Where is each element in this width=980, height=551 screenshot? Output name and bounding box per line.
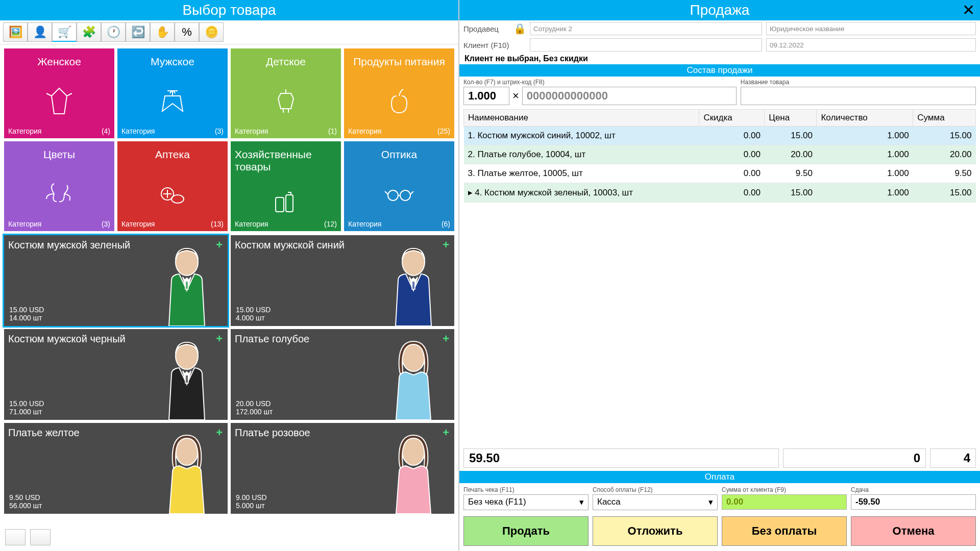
table-row[interactable]: 1. Костюм мужской синий, 10002, шт0.0015… <box>464 127 976 145</box>
category-title: Продукты питания <box>353 56 445 68</box>
method-select[interactable]: Касса▾ <box>593 494 718 510</box>
date-input[interactable] <box>766 38 976 52</box>
category-tile[interactable]: АптекаКатегория(13) <box>117 141 228 231</box>
lock-icon[interactable]: 🔒 <box>513 22 526 35</box>
client-label: Клиент (F10) <box>463 41 509 49</box>
hold-button[interactable]: Отложить <box>593 516 718 546</box>
svg-rect-3 <box>286 195 293 212</box>
change-value: -59.50 <box>851 494 976 510</box>
category-icon <box>265 173 306 227</box>
col-discount[interactable]: Скидка <box>699 110 765 127</box>
receipt-select[interactable]: Без чека (F11)▾ <box>463 494 589 510</box>
category-title: Детское <box>266 56 306 68</box>
product-image <box>378 432 449 514</box>
qty-input[interactable] <box>463 87 509 105</box>
right-header: Продажа ✕ <box>459 0 980 20</box>
category-title: Женское <box>37 56 81 68</box>
view-grid-icon[interactable] <box>5 529 26 545</box>
svg-rect-9 <box>412 281 415 289</box>
tool-clock-icon[interactable]: 🕐 <box>101 22 126 42</box>
category-title: Хозяйственные товары <box>235 148 337 173</box>
category-icon <box>152 68 193 134</box>
client-input[interactable] <box>530 38 762 52</box>
left-header: Выбор товара <box>0 0 458 20</box>
svg-point-5 <box>400 190 410 201</box>
tool-hand-icon[interactable]: ✋ <box>150 22 175 42</box>
amount-input[interactable]: 0.00 <box>722 494 847 510</box>
category-icon <box>379 161 420 227</box>
status-text: Клиент не выбран, Без скидки <box>459 53 980 64</box>
category-icon <box>39 68 80 134</box>
name-input[interactable] <box>741 87 976 105</box>
product-image <box>378 338 449 420</box>
total-sum: 59.50 <box>463 448 779 468</box>
tool-puzzle-icon[interactable]: 🧩 <box>77 22 101 42</box>
svg-point-1 <box>172 195 184 203</box>
seller-label: Продавец <box>463 24 509 33</box>
category-icon <box>39 161 80 227</box>
svg-rect-7 <box>185 281 188 289</box>
total-zero: 0 <box>783 448 926 468</box>
sale-header-bar: Состав продажи <box>459 64 980 77</box>
tool-coin-icon[interactable]: 🪙 <box>199 22 224 42</box>
chevron-down-icon: ▾ <box>579 497 584 508</box>
category-icon <box>265 68 306 134</box>
category-tile[interactable]: Хозяйственные товарыКатегория(12) <box>231 141 341 231</box>
tool-image-icon[interactable]: 🖼️ <box>3 22 28 42</box>
product-image <box>378 244 449 326</box>
product-tile[interactable]: Костюм мужской синий+15.00 USD4.000 шт <box>231 235 454 326</box>
product-tile[interactable]: Платье голубое+20.00 USD172.000 шт <box>231 329 454 420</box>
pay-header-bar: Оплата <box>459 471 980 483</box>
category-tile[interactable]: ЦветыКатегория(3) <box>4 141 114 231</box>
tool-user-icon[interactable]: 👤 <box>28 22 52 42</box>
legal-select[interactable] <box>766 22 976 35</box>
category-title: Аптека <box>155 148 190 161</box>
product-tile[interactable]: Платье розовое+9.00 USD5.000 шт <box>231 423 454 514</box>
category-title: Цветы <box>43 148 75 161</box>
sale-table: Наименование Скидка Цена Количество Сумм… <box>463 109 976 203</box>
product-image <box>151 338 223 420</box>
category-icon <box>152 161 193 227</box>
tool-cart-icon[interactable]: 🛒 <box>52 22 77 42</box>
nopay-button[interactable]: Без оплаты <box>722 516 847 546</box>
svg-rect-2 <box>276 197 284 212</box>
product-image <box>151 244 223 326</box>
category-title: Оптика <box>381 148 417 161</box>
col-qty[interactable]: Количество <box>817 110 913 127</box>
table-row[interactable]: 2. Платье голубое, 10004, шт0.0020.001.0… <box>464 145 976 164</box>
category-tile[interactable]: Продукты питанияКатегория(25) <box>344 48 454 138</box>
total-count: 4 <box>930 448 976 468</box>
col-sum[interactable]: Сумма <box>913 110 976 127</box>
product-image <box>151 432 223 514</box>
category-icon <box>379 68 420 134</box>
seller-select[interactable] <box>530 22 762 35</box>
table-row[interactable]: ▸ 4. Костюм мужской зеленый, 10003, шт0.… <box>464 183 976 203</box>
name-label: Название товара <box>741 79 976 86</box>
close-icon[interactable]: ✕ <box>962 1 975 19</box>
tool-undo-icon[interactable]: ↩️ <box>126 22 150 42</box>
category-tile[interactable]: ОптикаКатегория(6) <box>344 141 454 231</box>
table-row[interactable]: 3. Платье желтое, 10005, шт0.009.501.000… <box>464 164 976 183</box>
category-title: Мужское <box>151 56 194 68</box>
category-tile[interactable]: МужскоеКатегория(3) <box>117 48 228 138</box>
svg-point-4 <box>388 190 398 201</box>
view-list-icon[interactable] <box>30 529 51 545</box>
sell-button[interactable]: Продать <box>463 516 589 546</box>
product-tile[interactable]: Платье желтое+9.50 USD56.000 шт <box>4 423 228 514</box>
product-tile[interactable]: Костюм мужской зеленый+15.00 USD14.000 ш… <box>4 235 228 326</box>
chevron-down-icon: ▾ <box>708 497 713 508</box>
col-price[interactable]: Цена <box>765 110 817 127</box>
col-name[interactable]: Наименование <box>464 110 699 127</box>
toolbar: 🖼️ 👤 🛒 🧩 🕐 ↩️ ✋ % 🪙 <box>0 20 458 44</box>
category-tile[interactable]: ЖенскоеКатегория(4) <box>4 48 114 138</box>
category-tile[interactable]: ДетскоеКатегория(1) <box>231 48 341 138</box>
product-tile[interactable]: Костюм мужской черный+15.00 USD71.000 шт <box>4 329 228 420</box>
barcode-input[interactable] <box>522 87 737 105</box>
svg-rect-11 <box>185 375 188 383</box>
cancel-button[interactable]: Отмена <box>851 516 976 546</box>
tool-percent-icon[interactable]: % <box>175 22 199 42</box>
qty-label: Кол-во (F7) и штрих-код (F8) <box>463 79 737 86</box>
